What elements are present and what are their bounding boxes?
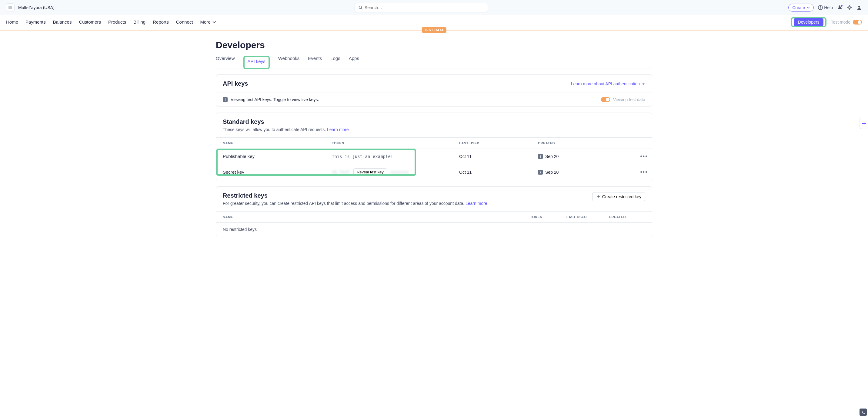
help-icon: ? [818, 5, 823, 10]
restricted-keys-block: Restricted keys For greater security, yo… [216, 186, 652, 236]
reveal-test-key-button[interactable]: Reveal test key [353, 168, 387, 176]
subtab-apps[interactable]: Apps [349, 56, 359, 68]
help-label: Help [824, 5, 833, 10]
test-data-banner: TEST DATA [0, 29, 868, 31]
key-last-used: Oct 11 [459, 170, 538, 175]
search-input[interactable] [365, 5, 484, 10]
arrow-right-icon [641, 82, 645, 86]
restricted-empty-text: No restricted keys [216, 222, 652, 236]
create-restricted-label: Create restricted key [602, 194, 641, 199]
row-menu-button[interactable]: ••• [635, 169, 653, 175]
gear-icon [847, 5, 852, 10]
info-icon: i [223, 97, 227, 102]
user-icon [857, 5, 862, 10]
topbar: Multi-Zaybra (USA) Create ? Help [0, 0, 868, 15]
standard-keys-block: Standard keys These keys will allow you … [216, 112, 652, 180]
create-button[interactable]: Create [788, 4, 814, 11]
svg-rect-1 [8, 7, 12, 9]
api-keys-card: API keys Learn more about API authentica… [216, 74, 652, 106]
key-token: sk_test Reveal test key xxxxxxx [332, 168, 459, 176]
nav-billing[interactable]: Billing [133, 15, 146, 29]
key-row-publishable: Publishable key This is just an example!… [216, 148, 652, 164]
nav-balances[interactable]: Balances [53, 15, 72, 29]
account-name[interactable]: Multi-Zaybra (USA) [18, 5, 55, 10]
search-icon [359, 5, 363, 10]
restricted-learn-more-link[interactable]: Learn more [466, 201, 487, 206]
nav-more[interactable]: More [200, 15, 216, 29]
restricted-keys-desc-text: For greater security, you can create res… [223, 201, 466, 206]
nav-reports[interactable]: Reports [153, 15, 169, 29]
restricted-keys-desc: For greater security, you can create res… [223, 201, 487, 206]
subtab-events[interactable]: Events [308, 56, 322, 68]
toggle-switch[interactable] [853, 20, 862, 25]
key-token[interactable]: This is just an example! [332, 154, 459, 159]
nav-customers[interactable]: Customers [79, 15, 101, 29]
svg-point-2 [359, 6, 362, 8]
nav-products[interactable]: Products [108, 15, 126, 29]
key-name: Secret key [223, 170, 332, 175]
col-token: TOKEN [530, 215, 566, 219]
viewing-test-data-label: Viewing test data [613, 97, 645, 102]
key-row-secret: Secret key sk_test Reveal test key xxxxx… [216, 164, 652, 180]
col-name: NAME [223, 215, 530, 219]
svg-point-6 [848, 7, 850, 8]
nav-home[interactable]: Home [6, 15, 18, 29]
key-created: Sep 20 [545, 170, 559, 175]
svg-point-7 [858, 6, 860, 7]
chevron-down-icon [807, 6, 810, 9]
svg-line-3 [362, 8, 363, 9]
search-box[interactable] [354, 3, 488, 12]
col-created: CREATED [538, 141, 635, 145]
standard-keys-desc-text: These keys will allow you to authenticat… [223, 127, 327, 132]
profile-button[interactable] [857, 5, 862, 10]
col-name: NAME [223, 141, 332, 145]
key-last-used: Oct 11 [459, 154, 538, 159]
viewing-test-data-toggle[interactable]: Viewing test data [601, 97, 645, 102]
notification-dot [840, 4, 843, 7]
key-created: Sep 20 [545, 154, 559, 159]
developers-button[interactable]: Developers [794, 18, 824, 26]
nav-payments[interactable]: Payments [26, 15, 46, 29]
learn-auth-link-text: Learn more about API authentication [571, 81, 640, 86]
toggle-switch[interactable] [601, 97, 610, 102]
info-icon: i [538, 154, 543, 159]
create-button-label: Create [792, 5, 805, 10]
account-logo[interactable] [6, 3, 14, 12]
subtab-overview[interactable]: Overview [216, 56, 235, 68]
developers-highlight: Developers [791, 17, 827, 27]
col-token: TOKEN [332, 141, 459, 145]
restricted-table-head: NAME TOKEN LAST USED CREATED [216, 211, 652, 222]
api-keys-title: API keys [223, 80, 248, 87]
col-created: CREATED [609, 215, 645, 219]
test-mode-toggle[interactable]: Test mode [831, 20, 862, 25]
row-menu-button[interactable]: ••• [635, 153, 653, 160]
notifications-button[interactable] [837, 5, 842, 10]
restricted-keys-title: Restricted keys [223, 192, 487, 199]
standard-keys-title: Standard keys [223, 118, 349, 125]
standard-keys-table-head: NAME TOKEN LAST USED CREATED [216, 137, 652, 148]
subtab-webhooks[interactable]: Webhooks [278, 56, 300, 68]
nav-more-label: More [200, 20, 211, 25]
subtabs: Overview API keys Webhooks Events Logs A… [216, 56, 652, 68]
blurred-token: xxxxxxx [391, 170, 408, 174]
settings-button[interactable] [847, 5, 852, 10]
standard-learn-more-link[interactable]: Learn more [327, 127, 349, 132]
api-keys-info-text: Viewing test API keys. Toggle to view li… [230, 97, 319, 102]
standard-keys-desc: These keys will allow you to authenticat… [223, 127, 349, 132]
info-icon: i [538, 170, 543, 175]
learn-auth-link[interactable]: Learn more about API authentication [571, 81, 645, 86]
key-name: Publishable key [223, 154, 332, 159]
test-data-badge: TEST DATA [422, 27, 446, 33]
plus-icon [862, 121, 867, 126]
svg-rect-0 [8, 6, 12, 7]
col-last-used: LAST USED [459, 141, 538, 145]
help-link[interactable]: ? Help [818, 5, 833, 10]
test-mode-label: Test mode [831, 20, 850, 25]
blurred-token: sk_test [332, 170, 350, 174]
create-restricted-key-button[interactable]: Create restricted key [592, 192, 645, 201]
col-last-used: LAST USED [566, 215, 609, 219]
side-add-button[interactable] [860, 118, 868, 129]
nav-connect[interactable]: Connect [176, 15, 193, 29]
subtab-logs[interactable]: Logs [330, 56, 340, 68]
subtab-api-keys[interactable]: API keys [248, 59, 266, 66]
